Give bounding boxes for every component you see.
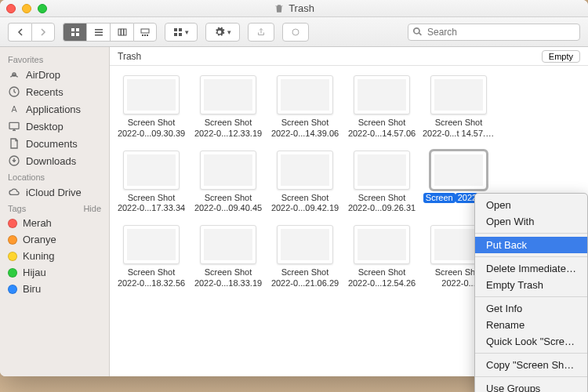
airdrop-icon <box>8 68 20 81</box>
file-item[interactable]: Screen Shot2022-0...09.42.19 <box>267 147 343 223</box>
forward-button[interactable] <box>31 23 55 42</box>
svg-rect-4 <box>95 29 103 31</box>
sidebar-tag-biru[interactable]: Biru <box>0 281 109 297</box>
file-item[interactable]: Screen Shot2022-0...18.32.56 <box>113 222 190 297</box>
svg-rect-17 <box>179 33 182 36</box>
file-item[interactable]: Screen Shot2022-0...14.39.06 <box>267 72 343 147</box>
file-item[interactable]: Screen Shot2022-0...t 14.57.19 <box>420 72 497 147</box>
hide-tags-button[interactable]: Hide <box>83 204 101 213</box>
location-label: Trash <box>118 51 141 62</box>
context-menu[interactable]: OpenOpen WithPut BackDelete Immediately…… <box>474 193 588 392</box>
file-thumbnail <box>354 75 410 114</box>
sidebar-tag-merah[interactable]: Merah <box>0 215 109 231</box>
svg-rect-10 <box>141 29 149 33</box>
window-title: Trash <box>0 2 588 14</box>
sidebar-item-downloads[interactable]: Downloads <box>0 152 109 169</box>
menu-item-empty-trash[interactable]: Empty Trash <box>475 277 587 293</box>
file-thumbnail <box>430 151 487 190</box>
file-thumbnail <box>200 151 256 190</box>
menu-item-put-back[interactable]: Put Back <box>475 237 587 253</box>
tag-color-icon <box>8 268 17 278</box>
file-item[interactable]: Screen Shot2022-0...12.54.26 <box>343 222 420 297</box>
sidebar-item-label: iCloud Drive <box>26 187 82 198</box>
tag-color-icon <box>8 235 17 245</box>
file-item[interactable]: Screen Shot2022-0...14.57.06 <box>343 72 420 147</box>
gallery-view-button[interactable] <box>133 23 157 42</box>
arrange-button[interactable] <box>165 23 198 42</box>
sidebar-item-airdrop[interactable]: AirDrop <box>0 66 109 83</box>
menu-item-get-info[interactable]: Get Info <box>475 300 587 317</box>
sidebar-item-applications[interactable]: AApplications <box>0 100 109 118</box>
file-item[interactable]: Screen Shot2022-0...21.06.29 <box>267 222 343 297</box>
svg-rect-1 <box>76 28 79 31</box>
file-thumbnail <box>123 151 180 190</box>
list-view-button[interactable] <box>86 23 110 42</box>
file-item[interactable]: Screen Shot2022-0...09.40.45 <box>190 147 267 223</box>
documents-icon <box>8 137 20 150</box>
menu-item-copy-screen-shot[interactable]: Copy "Screen Shot… <box>475 357 587 373</box>
file-name: Screen Shot2022-0...18.33.19 <box>192 267 264 289</box>
menu-item-rename[interactable]: Rename <box>475 317 587 333</box>
file-item[interactable]: Screen Shot2022-0...17.33.34 <box>113 147 190 223</box>
svg-rect-8 <box>121 29 123 35</box>
file-thumbnail <box>277 75 333 114</box>
menu-separator <box>475 296 587 297</box>
sidebar-item-label: Biru <box>23 283 41 295</box>
file-thumbnail <box>123 225 180 264</box>
file-item[interactable]: Screen Shot2022-0...09.26.31 <box>343 147 420 223</box>
window-controls <box>6 4 47 13</box>
file-thumbnail <box>277 151 333 190</box>
sidebar-tag-oranye[interactable]: Oranye <box>0 231 109 248</box>
share-button[interactable] <box>248 23 274 42</box>
search-field[interactable] <box>408 24 580 41</box>
menu-item-open[interactable]: Open <box>475 197 587 213</box>
svg-rect-7 <box>118 29 121 35</box>
file-thumbnail <box>354 151 410 190</box>
gallery-icon <box>140 27 150 37</box>
file-name: Screen Shot2022-0...12.33.19 <box>192 118 264 140</box>
file-name: Screen Shot2022-0...17.33.34 <box>115 193 187 215</box>
columns-icon <box>118 27 127 37</box>
menu-item-quick-look-screen[interactable]: Quick Look "Screen… <box>475 333 587 350</box>
zoom-icon[interactable] <box>38 4 47 13</box>
gear-icon <box>214 27 225 38</box>
sidebar: Favorites AirDropRecentsAApplicationsDes… <box>0 47 110 376</box>
menu-separator <box>475 233 587 234</box>
file-item[interactable]: Screen Shot2022-0...09.30.39 <box>113 72 190 147</box>
column-view-button[interactable] <box>110 23 133 42</box>
close-icon[interactable] <box>6 4 16 13</box>
action-button[interactable] <box>205 23 240 42</box>
sidebar-item-label: Oranye <box>23 234 56 245</box>
svg-rect-16 <box>174 33 177 36</box>
menu-separator <box>475 376 587 377</box>
sidebar-item-documents[interactable]: Documents <box>0 135 109 152</box>
list-icon <box>94 27 103 37</box>
empty-trash-button[interactable]: Empty <box>542 50 580 63</box>
file-thumbnail <box>430 75 487 114</box>
search-input[interactable] <box>408 24 580 41</box>
menu-item-open-with[interactable]: Open With <box>475 213 587 230</box>
icon-view-button[interactable] <box>63 23 86 42</box>
menu-item-use-groups[interactable]: Use Groups <box>475 380 587 392</box>
file-name: Screen Shot2022-0...14.39.06 <box>269 118 341 140</box>
minimize-icon[interactable] <box>22 4 31 13</box>
sidebar-tag-kuning[interactable]: Kuning <box>0 248 109 264</box>
svg-rect-0 <box>71 28 74 31</box>
titlebar[interactable]: Trash <box>0 0 588 17</box>
back-button[interactable] <box>8 23 31 42</box>
menu-item-delete-immediately[interactable]: Delete Immediately… <box>475 260 587 277</box>
sidebar-item-icloud-drive[interactable]: iCloud Drive <box>0 183 109 201</box>
sidebar-tag-hijau[interactable]: Hijau <box>0 264 109 281</box>
search-icon <box>412 27 423 37</box>
tag-color-icon <box>8 252 17 261</box>
tags-button[interactable] <box>282 23 309 42</box>
tag-color-icon <box>8 285 17 294</box>
chevron-left-icon <box>16 28 24 36</box>
sidebar-item-desktop[interactable]: Desktop <box>0 118 109 135</box>
svg-text:A: A <box>11 104 17 114</box>
file-item[interactable]: Screen Shot2022-0...18.33.19 <box>190 222 267 297</box>
file-name: Screen Shot2022-0...09.40.45 <box>192 193 264 215</box>
sidebar-item-recents[interactable]: Recents <box>0 83 109 100</box>
file-item[interactable]: Screen Shot2022-0...12.33.19 <box>190 72 267 147</box>
file-thumbnail <box>354 225 410 264</box>
